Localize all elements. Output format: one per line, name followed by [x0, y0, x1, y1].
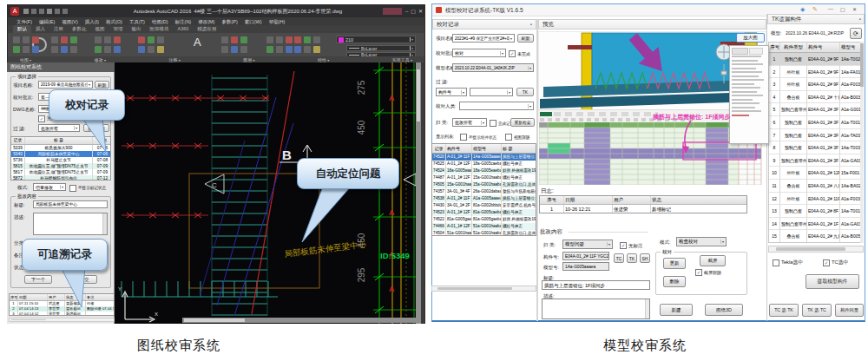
desc-field[interactable] [33, 213, 108, 235]
palette-titlebar[interactable]: 图纸校对系统 [7, 62, 115, 72]
tc-select-checkbox[interactable]: ✓TC选中 [823, 259, 848, 266]
project-name-select[interactable]: 2019-09 秦皇岛融创雅苑住▾ [38, 81, 93, 89]
menu-item[interactable]: 视图(V) [62, 19, 77, 25]
table-row[interactable]: 744303A-01_1# 2F YGC81a-G002bbbda安装需焊点,机… [432, 202, 536, 209]
table-row[interactable]: 743573A-01_3# 4F YGC26a-G002dabaa整筋与吊筋及电… [432, 188, 536, 195]
table-row[interactable]: 8预制凸窗E04A-01_2# 3F Y…1Aa-T003 [769, 141, 863, 154]
table-row[interactable]: 5预制凸窗带外叶E04A-01_2# 3F Y…A1a-G001 [769, 103, 863, 116]
menu-item[interactable]: 标注(N) [175, 19, 192, 25]
create-button[interactable]: 新建 [660, 304, 693, 316]
next-button[interactable]: 下一个 [24, 275, 52, 284]
table-row[interactable]: 5872补马镫钢筋指引布位07-12 [11, 175, 110, 180]
table-row[interactable]: 74538A-01_2# 11F YGCA1a-G005aaaea插筋与上层需错… [432, 195, 536, 202]
ribbon-tab[interactable]: 插入 [31, 25, 49, 33]
m-tk-button[interactable]: TK [516, 88, 534, 96]
m-follow-checkbox[interactable]: 视图跟随 [505, 134, 529, 141]
table-row[interactable]: 9预制凸窗带外叶E04A-01_2# 3F Y…A1a-GA01 [769, 154, 863, 167]
menu-item[interactable]: 修改(M) [198, 19, 214, 25]
table-row[interactable]: 10外叶板E04A-01_2# 12F …15a-F001 [769, 167, 863, 180]
tk-missing-table[interactable]: 序号构件类型构件号模型号 1预制凸窗E04A-01_2# 9F Y…1Aa-T0… [768, 42, 864, 243]
table-row[interactable]: 5815饮地漏位置,做"预埋DN75止水节07-09 [11, 163, 110, 169]
delete-button[interactable]: 删除 [663, 276, 686, 287]
color-bylayer-combo[interactable]: ByLayer▾ [346, 45, 416, 51]
log-table[interactable]: 序号日期用户状态 110-26 12:21张进荣新增标记 [539, 195, 747, 213]
m-nohint-checkbox[interactable]: 不提示组件状态 [460, 134, 496, 141]
table-row[interactable]: 74523A-01_1# 12F YGC81a-G005caeba螺栓号修正 [432, 209, 536, 216]
m-filter-input[interactable]: ▾ [470, 88, 513, 96]
e-title-field[interactable]: 插筋与上层需错位: 1F须同步 [542, 280, 650, 290]
pencil-icon[interactable]: ✎ [812, 6, 818, 13]
ribbon-tab[interactable]: 输出 [128, 25, 146, 33]
mode2-select[interactable]: 检查校对▾ [676, 237, 727, 246]
table-row[interactable]: 13预制凸窗E04A-01_2# 8F Y…1Aa-T001 [769, 205, 863, 218]
recall-button[interactable]: 构件回显 [835, 304, 864, 317]
table-row[interactable]: 74466A-01_1# 12F YGC51a-G001haaba螺栓号修正 [432, 223, 536, 230]
cad-drawing-canvas[interactable]: AAAAA B C 局部板筋未伸至梁中心 ID:5349 275 450 450… [115, 62, 416, 324]
e-class-select[interactable]: 模型问题▾ [562, 240, 613, 249]
m-unfinished-checkbox[interactable]: ✓未完成 [509, 50, 530, 57]
table-row[interactable]: 7452281a-G005gaeba81a-G005gaeba斜撑,外侧板需改1… [432, 216, 536, 223]
close-button[interactable]: ✕ [852, 6, 857, 12]
menu-item[interactable]: 插入(I) [85, 19, 99, 25]
menu-item[interactable]: 工具(T) [129, 19, 145, 25]
table-row[interactable]: 7450515a-G001haaba15a-G001haaba孔洞需改位口,总体 [432, 181, 536, 188]
ribbon-tab[interactable]: A360 [174, 25, 194, 33]
table-row[interactable]: 7450451a-G001haaba51a-G001haaba孔洞需改位口,总体 [432, 230, 536, 236]
shield-icon[interactable]: ◈ [800, 6, 805, 13]
m-refresh-button[interactable]: 刷新 [517, 34, 534, 43]
e-desc-field[interactable] [542, 299, 650, 319]
tc-to-tk-button[interactable]: TC 选 TK [769, 304, 799, 317]
review-record-panel-header[interactable]: 校对记录 ▪ [432, 19, 536, 30]
menu-item[interactable]: 绘图(D) [152, 19, 168, 25]
table-row[interactable]: 11叠合板E04A-01_2# 八层…1Aa-BA02 [769, 180, 863, 193]
m-component-filter-select[interactable]: 构件号▾ [436, 88, 467, 96]
table-row[interactable]: 74520A-01_2# 11F YGC1Aa-G005aaaea插筋与上层需错… [432, 154, 536, 161]
table-row[interactable]: 15叠合板E04A-01_2# 九层…A1a-B005 [769, 230, 863, 243]
ribbon[interactable]: A 210▾ ByLayer▾ ByLayer▾ [8, 33, 424, 56]
menu-item[interactable]: 帮助(H) [269, 19, 286, 25]
menu-item[interactable]: 编辑(E) [39, 19, 55, 25]
tekla-select-checkbox[interactable]: Tekla选中 [773, 259, 803, 266]
tk-refresh-button[interactable]: ⟳ [850, 28, 862, 39]
ribbon-tabs[interactable]: 默认插入注释参数化视图管理输出附加模块A360精选应用 [13, 25, 421, 33]
ribbon-tab[interactable]: 精选应用 [193, 25, 220, 33]
preview-zoom-button[interactable]: 放大图 [736, 33, 765, 43]
palette-scrollbar[interactable] [9, 318, 115, 322]
ribbon-tab[interactable]: 默认 [13, 25, 31, 33]
table-row[interactable]: 4叠合板E04A-01_2# 十层…A1a-B003 [769, 91, 863, 104]
tk-panel-header[interactable]: TK遗漏构件 ▪ [767, 14, 865, 24]
tk-pin-icon[interactable]: ▪ [859, 16, 861, 22]
ribbon-tab[interactable]: 参数化 [68, 25, 91, 33]
table-row[interactable]: 110-26 12:21张进荣新增标记 [540, 205, 746, 213]
m-search-button[interactable]: 重新检索 [510, 118, 535, 127]
table-row[interactable]: 5736补马镫止水节07-08 [11, 157, 110, 163]
m-class-select[interactable]: 批改所有▾ [452, 118, 487, 127]
table-row[interactable]: 14预制凸窗带外叶E04A-01_2# 1F Y…A1a-GA03 [769, 218, 863, 231]
m-model-select[interactable]: 2023.10.22 E04A-01_1#2#JK.ZIP▾ [452, 63, 534, 72]
table-row[interactable]: 7预制凸窗E04A-01_2# 3F Y…A1a-TA03 [769, 129, 863, 142]
ribbon-tab[interactable]: 视图 [91, 25, 109, 33]
layer-combo[interactable]: 210▾ [336, 36, 416, 43]
menu-item[interactable]: 格式(O) [106, 19, 122, 25]
m-project-select[interactable]: 2023#1~#9 保定产业片区2#+02#厂▾ [452, 34, 515, 43]
minimize-button[interactable]: — [828, 6, 833, 11]
title-field[interactable]: 局部板筋未伸至梁中心 [33, 200, 108, 208]
panel-pin-icon[interactable]: ▪ [530, 22, 532, 27]
text-tool-icon[interactable]: A [194, 36, 201, 49]
tk-to-tc-button[interactable]: TK 选 TC [802, 304, 832, 317]
ribbon-tab[interactable]: 注释 [49, 25, 68, 33]
tk-button[interactable]: TK [627, 253, 637, 263]
table-row[interactable]: 74525A-01_2# 12F YGC18a-G005caeba螺栓号修正 [432, 161, 536, 167]
table-row[interactable]: 74487A-01_1# 12F YGC15a-G001haaba螺栓号修正 [432, 174, 536, 181]
tk-vscrollbar[interactable] [860, 42, 864, 243]
maximize-button[interactable]: ▢ [840, 6, 845, 12]
table-row[interactable]: 307-04 14:12张世荣新增标记 [10, 312, 114, 316]
mode-select[interactable]: 增量修改▾ [33, 183, 66, 191]
no-hint-checkbox[interactable]: 不提示标记状态 [69, 185, 106, 192]
autocad-window-controls[interactable]: –▢✕ [405, 8, 425, 14]
table-row[interactable]: 12外叶板E04A-01_2# 11F …A1a-F003 [769, 193, 863, 206]
palette-refresh-button[interactable]: 刷新 [95, 81, 109, 89]
m-batch-select[interactable]: 校对▾ [452, 49, 506, 57]
extract-button[interactable]: 提取模型构件 [806, 274, 859, 289]
e-nomark-checkbox[interactable]: ✓无标注 [620, 242, 643, 249]
